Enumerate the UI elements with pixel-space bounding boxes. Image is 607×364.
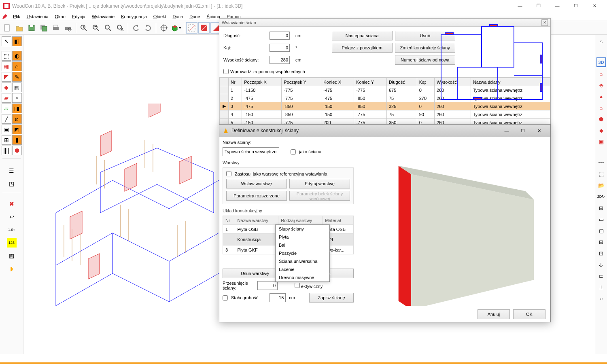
open-file-button[interactable] (14, 22, 25, 34)
rt-btn-5[interactable]: ⬢ (596, 114, 606, 124)
wall-col-header[interactable] (220, 78, 229, 86)
rt-btn-4[interactable]: ⌂ (596, 103, 606, 112)
rt-btn-2[interactable]: ⬘ (596, 80, 606, 90)
save-wall-button[interactable]: Zapisz ścianę (309, 293, 354, 303)
wall-col-header[interactable]: Początek Y (282, 78, 321, 86)
rt-btn-g8[interactable]: ⊥ (596, 282, 606, 292)
dlg-maximize-button[interactable]: ☐ (515, 125, 531, 136)
menu-obiekt[interactable]: Obiekt (150, 13, 170, 20)
dropdown-option[interactable]: Słupy ściany (276, 225, 329, 233)
tool-a3[interactable]: ◤ (2, 72, 11, 82)
menu-plik[interactable]: Plik (10, 13, 23, 20)
undo-button[interactable] (130, 22, 142, 34)
tool-b1[interactable]: ◧ (12, 36, 22, 46)
wall-col-header[interactable]: Koniec Y (354, 78, 387, 86)
cursor-tool[interactable]: ↖ (2, 36, 11, 46)
menu-edycja[interactable]: Edycja (69, 13, 89, 20)
wall-col-header[interactable]: Długość (386, 78, 417, 86)
dlg-close-button[interactable]: ✕ (531, 125, 547, 136)
tool-b2[interactable]: ◐ (12, 51, 22, 61)
tool-single-5[interactable]: 123 (7, 238, 17, 248)
coord-checkbox[interactable] (223, 69, 229, 74)
delete-tool[interactable]: ✖ (7, 199, 17, 209)
dropdown-option[interactable]: Poszycie (276, 249, 329, 257)
tool-single-4[interactable]: 1.0↕ (7, 225, 17, 235)
tool-b3[interactable]: ⌂ (12, 61, 22, 71)
menu-okno[interactable]: Okno (52, 13, 69, 20)
join-start-button[interactable]: Połącz z początkiem (332, 43, 393, 53)
tool-b7[interactable]: ◨ (12, 104, 22, 113)
zoom-fit-button[interactable] (102, 22, 114, 34)
rt-btn-6[interactable]: ◆ (596, 125, 606, 135)
angle-input[interactable] (270, 44, 290, 52)
tool-a7[interactable]: ╱ (2, 114, 11, 124)
rt-btn-g3[interactable]: ▢ (596, 226, 606, 235)
new-file-button[interactable] (2, 22, 13, 34)
wall-row[interactable]: 4-150-850-150-7757590260Typowa ściana we… (220, 110, 550, 119)
zoom-out-button[interactable]: − (90, 22, 102, 34)
dropdown-option[interactable]: Drewno masywne (276, 273, 329, 281)
rt-home-icon[interactable]: ⌂ (596, 36, 606, 46)
length-input[interactable] (270, 32, 290, 40)
cancel-button[interactable]: Anuluj (478, 309, 510, 319)
rt-btn-g4[interactable]: ⊟ (596, 237, 606, 247)
perspective-checkbox[interactable] (295, 283, 300, 288)
dropdown-option[interactable]: Ściana uniwersalna (276, 257, 329, 265)
tool-a1[interactable]: ⬚ (2, 51, 11, 61)
mdi-minimize-button[interactable]: — (511, 0, 529, 12)
view-toggle-1[interactable] (186, 22, 197, 34)
tool-single-6[interactable]: ▨ (7, 251, 17, 260)
redo-button[interactable] (142, 22, 154, 34)
dropdown-option[interactable]: Bal (276, 241, 329, 249)
height-input[interactable] (270, 56, 290, 64)
menu-wstawianie[interactable]: Wstawianie (89, 13, 118, 20)
tool-a6[interactable]: ▱ (2, 104, 11, 113)
close-button[interactable]: ✕ (585, 0, 604, 12)
ok-button[interactable]: OK (513, 309, 545, 319)
rt-btn-g6[interactable]: ⫝ (596, 260, 606, 269)
mdi-restore-button[interactable]: ❐ (529, 0, 548, 12)
tool-b6[interactable]: ▫ (12, 93, 22, 103)
rt-btn-g7[interactable]: ⊏ (596, 271, 606, 281)
menu-kondygnacja[interactable]: Kondygnacja (118, 13, 150, 20)
rt-btn-2d[interactable]: 2D↻ (596, 192, 606, 201)
wall-col-header[interactable]: Nr (229, 78, 242, 86)
layer-type-dropdown[interactable]: Słupy ścianyPłytaBalPoszycieŚciana uniwe… (275, 224, 330, 282)
tool-a9[interactable]: ⊞ (2, 135, 11, 145)
wall-col-header[interactable]: Początek X (242, 78, 282, 86)
tool-b10[interactable]: ▮ (12, 135, 22, 145)
rt-btn-g5[interactable]: ⊡ (596, 248, 606, 258)
tool-a5[interactable]: ▰ (2, 93, 11, 103)
fixed-thickness-checkbox[interactable] (223, 295, 228, 301)
zoom-in-button[interactable]: + (78, 22, 89, 34)
save-button[interactable] (26, 22, 37, 34)
tool-a10[interactable]: |||| (2, 146, 11, 155)
cube-view-button[interactable]: ▾ (170, 22, 182, 34)
view-3d-button[interactable]: 3D (596, 57, 606, 67)
dropdown-option[interactable]: Płyta (276, 233, 329, 241)
print-button[interactable] (50, 22, 62, 34)
rt-btn-folder[interactable]: 📂 (596, 180, 606, 190)
tool-b9[interactable]: ◩ (12, 125, 22, 134)
next-wall-button[interactable]: Następna ściana (332, 31, 393, 40)
ref-layer-checkbox[interactable] (226, 171, 231, 176)
tool-single-3[interactable]: ↩ (7, 212, 17, 222)
rt-btn-g9[interactable]: ↔ (596, 294, 606, 303)
tool-b11[interactable]: ⬢ (12, 146, 22, 155)
print-preview-button[interactable] (62, 22, 74, 34)
rt-btn-select[interactable]: ⬚ (596, 169, 606, 179)
rt-btn-g2[interactable]: ▭ (596, 214, 606, 224)
tool-single-2[interactable]: ◳ (7, 179, 17, 188)
thickness-input[interactable] (270, 293, 286, 302)
menu-ustawienia[interactable]: Ustawienia (23, 13, 52, 20)
tool-single-1[interactable]: ☰ (7, 166, 17, 176)
wall-col-header[interactable]: Kąt (417, 78, 434, 86)
tool-a4[interactable]: ◆ (2, 83, 11, 92)
rt-btn-1[interactable]: ⌂ (596, 69, 606, 78)
tool-b4[interactable]: ✎ (12, 72, 22, 82)
wall-col-header[interactable]: Koniec X (321, 78, 354, 86)
wall-name-input[interactable] (223, 147, 279, 156)
view-toggle-2[interactable] (198, 22, 210, 34)
as-wall-checkbox[interactable] (291, 149, 296, 154)
tool-single-7[interactable]: ◗ (7, 264, 17, 273)
